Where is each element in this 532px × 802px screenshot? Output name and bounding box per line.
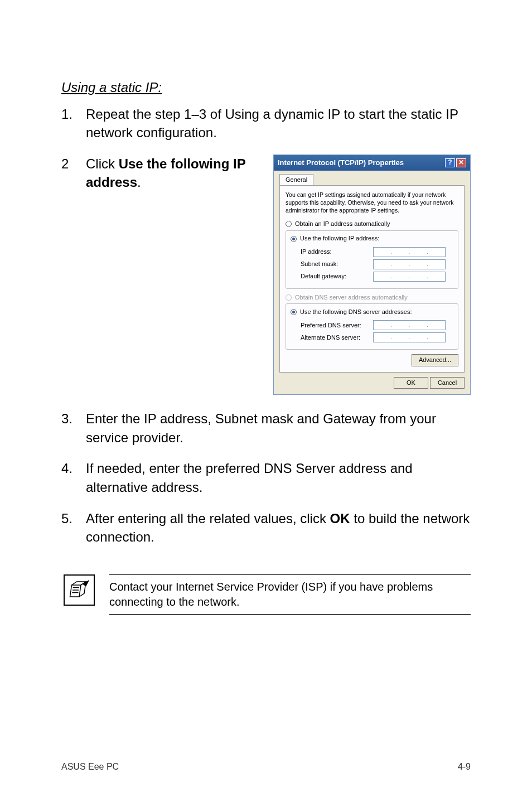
step-5-num: 5.: [61, 509, 86, 547]
tcpip-dialog: Internet Protocol (TCP/IP) Properties ? …: [273, 154, 471, 395]
radio-obtain-dns-label: Obtain DNS server address automatically: [295, 293, 408, 302]
label-mask: Subnet mask:: [301, 260, 373, 268]
label-ip: IP address:: [301, 248, 373, 256]
ok-button[interactable]: OK: [394, 377, 428, 389]
note: Contact your Internet Service Provider (…: [61, 574, 471, 615]
step-5-bold: OK: [330, 511, 350, 526]
close-icon[interactable]: ✕: [456, 158, 466, 167]
radio-obtain-ip-label: Obtain an IP address automatically: [295, 220, 390, 228]
step-1-text: Repeat the step 1–3 of Using a dynamic I…: [86, 105, 471, 142]
step-2: 2 Click Use the following IP address.: [61, 154, 262, 192]
step-2-text-a: Click: [86, 156, 119, 171]
step-5-text-a: After entering all the related values, c…: [86, 511, 330, 526]
page-footer: ASUS Eee PC 4-9: [61, 762, 471, 772]
radio-use-ip-label: Use the following IP address:: [300, 234, 379, 243]
label-gateway: Default gateway:: [301, 272, 373, 281]
radio-use-dns-label: Use the following DNS server addresses:: [300, 308, 412, 316]
step-3-num: 3.: [61, 409, 86, 447]
step-4-text: If needed, enter the preferred DNS Serve…: [86, 459, 471, 496]
step-2-text-b: .: [137, 175, 141, 190]
note-text: Contact your Internet Service Provider (…: [109, 574, 471, 615]
input-gateway[interactable]: ...: [373, 272, 446, 282]
step-5: 5. After entering all the related values…: [61, 509, 471, 547]
step-5-text: After entering all the related values, c…: [86, 509, 471, 547]
radio-obtain-dns: [286, 294, 292, 301]
input-dns1[interactable]: ...: [373, 320, 446, 330]
footer-left: ASUS Eee PC: [61, 762, 119, 772]
input-mask[interactable]: ...: [373, 259, 446, 269]
radio-use-ip[interactable]: [291, 236, 297, 242]
help-icon[interactable]: ?: [445, 158, 455, 167]
input-dns2[interactable]: ...: [373, 332, 446, 342]
note-icon: [64, 574, 95, 606]
footer-right: 4-9: [458, 762, 471, 772]
radio-obtain-ip[interactable]: [286, 221, 292, 227]
label-dns1: Preferred DNS server:: [301, 321, 373, 330]
step-1: 1. Repeat the step 1–3 of Using a dynami…: [61, 105, 471, 142]
label-dns2: Alternate DNS server:: [301, 334, 373, 342]
cancel-button[interactable]: Cancel: [430, 377, 465, 389]
radio-use-dns[interactable]: [291, 309, 297, 315]
step-2-text: Click Use the following IP address.: [86, 154, 262, 192]
section-heading: Using a static IP:: [61, 78, 471, 97]
tab-general[interactable]: General: [279, 174, 313, 185]
dialog-title: Internet Protocol (TCP/IP) Properties: [278, 158, 445, 168]
step-4: 4. If needed, enter the preferred DNS Se…: [61, 459, 471, 496]
input-ip[interactable]: ...: [373, 247, 446, 257]
advanced-button[interactable]: Advanced...: [412, 354, 458, 366]
step-1-num: 1.: [61, 105, 86, 142]
step-3: 3. Enter the IP address, Subnet mask and…: [61, 409, 471, 447]
dialog-desc: You can get IP settings assigned automat…: [286, 191, 458, 214]
step-3-text: Enter the IP address, Subnet mask and Ga…: [86, 409, 471, 447]
step-2-num: 2: [61, 154, 86, 192]
step-4-num: 4.: [61, 459, 86, 496]
